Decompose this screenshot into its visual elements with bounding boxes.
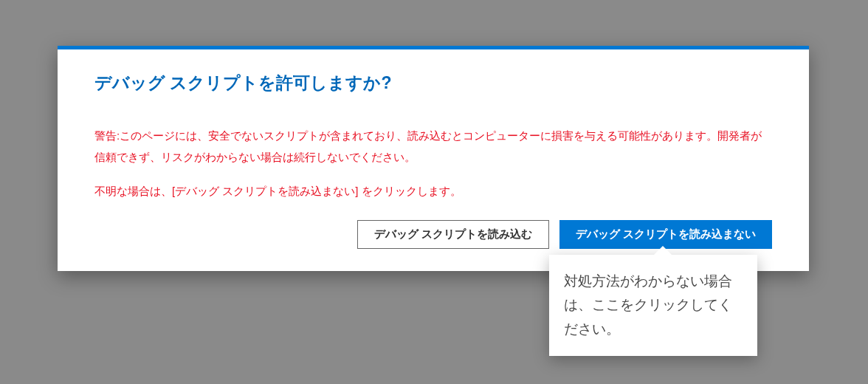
tooltip: 対処方法がわからない場合は、ここをクリックしてください。 bbox=[549, 255, 757, 356]
tooltip-text: 対処方法がわからない場合は、ここをクリックしてください。 bbox=[564, 273, 732, 337]
dialog-content: デバッグ スクリプトを許可しますか? 警告:このページには、安全でないスクリプト… bbox=[58, 49, 809, 271]
dont-load-script-button[interactable]: デバッグ スクリプトを読み込まない bbox=[559, 220, 772, 249]
load-script-button[interactable]: デバッグ スクリプトを読み込む bbox=[357, 220, 549, 249]
warning-message: 警告:このページには、安全でないスクリプトが含まれており、読み込むとコンピュータ… bbox=[94, 126, 772, 168]
debug-script-dialog: デバッグ スクリプトを許可しますか? 警告:このページには、安全でないスクリプト… bbox=[58, 46, 809, 271]
dialog-title: デバッグ スクリプトを許可しますか? bbox=[94, 72, 772, 95]
button-row: デバッグ スクリプトを読み込む デバッグ スクリプトを読み込まない bbox=[94, 220, 772, 249]
instruction-message: 不明な場合は、[デバッグ スクリプトを読み込まない] をクリックします。 bbox=[94, 181, 772, 202]
